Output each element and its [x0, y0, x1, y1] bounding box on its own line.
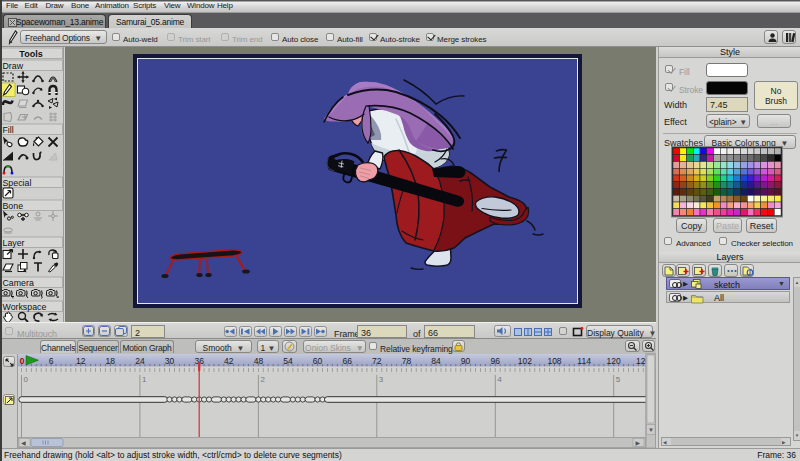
svg-text:▶: ▶ — [636, 440, 641, 446]
svg-text:3: 3 — [379, 375, 384, 384]
svg-text:◀: ◀ — [21, 440, 26, 446]
svg-text:0: 0 — [20, 356, 25, 366]
svg-text:0: 0 — [24, 375, 29, 384]
svg-text:5: 5 — [616, 375, 621, 384]
svg-text:▼: ▼ — [648, 427, 654, 433]
svg-text:4: 4 — [497, 375, 502, 384]
svg-text:Tools: Tools — [19, 49, 42, 59]
svg-text:2: 2 — [260, 375, 265, 384]
svg-text:Bone: Bone — [3, 201, 24, 211]
svg-text:Camera: Camera — [3, 278, 34, 288]
svg-text:Draw: Draw — [3, 61, 24, 71]
svg-text:Workspace: Workspace — [3, 302, 47, 312]
svg-text:Layer: Layer — [3, 238, 25, 248]
svg-text:1: 1 — [142, 375, 147, 384]
svg-text:Special: Special — [3, 178, 32, 188]
svg-text:Fill: Fill — [3, 125, 14, 135]
